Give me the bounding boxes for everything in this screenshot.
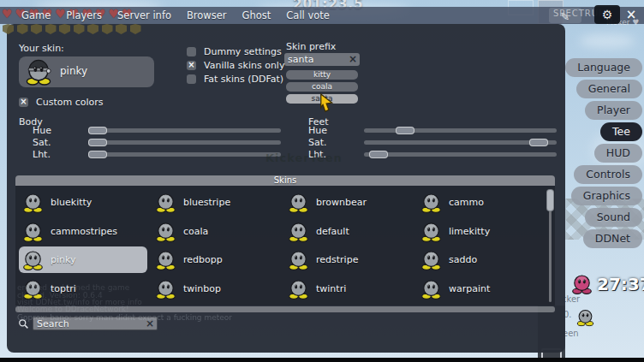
- skin-name: cammo: [449, 197, 484, 208]
- skin-item-cammo[interactable]: cammo: [417, 189, 546, 216]
- tee-avatar: [21, 191, 45, 214]
- checkbox: ×: [19, 98, 28, 107]
- feet-sliders: HueSat.Lht.: [308, 124, 557, 160]
- slider-handle[interactable]: [88, 139, 107, 146]
- slider-label: Lht.: [33, 149, 88, 160]
- menu-item-game[interactable]: Game: [21, 9, 51, 21]
- skin-name: default: [316, 226, 349, 237]
- checkbox-fat-skins-ddfat[interactable]: Fat skins (DDFat): [187, 72, 284, 86]
- skin-prefix-input[interactable]: santa ×: [284, 53, 360, 66]
- tee-avatar: [21, 277, 45, 300]
- checkbox: [187, 47, 196, 56]
- prefix-option-kitty[interactable]: kitty: [286, 70, 358, 80]
- tab-controls[interactable]: Controls: [574, 165, 642, 184]
- tee-avatar: [420, 191, 443, 214]
- menu-item-browser[interactable]: Browser: [187, 9, 227, 21]
- slider-track[interactable]: [364, 140, 557, 145]
- slider-handle[interactable]: [396, 127, 414, 134]
- skin-item-warpaint[interactable]: warpaint: [417, 276, 546, 302]
- skin-item-bluekitty[interactable]: bluekitty: [19, 189, 147, 216]
- shield-icon: [87, 24, 98, 34]
- skin-item-coala[interactable]: coala: [152, 218, 280, 245]
- armor-shields: [3, 24, 141, 34]
- skin-item-bluestripe[interactable]: bluestripe: [152, 189, 280, 216]
- tab-hud[interactable]: HUD: [594, 144, 642, 163]
- slider-handle[interactable]: [88, 127, 107, 134]
- slider-track[interactable]: [88, 128, 281, 133]
- clear-icon[interactable]: ×: [349, 53, 357, 65]
- letterbox-bar: [0, 358, 644, 362]
- shield-icon: [17, 24, 28, 34]
- checkbox-vanilla-skins-only[interactable]: ×Vanilla skins only: [187, 58, 284, 72]
- skin-name: brownbear: [316, 197, 367, 208]
- skin-prefix-label: Skin prefix: [286, 41, 336, 52]
- clear-icon[interactable]: ×: [146, 317, 154, 329]
- skin-item-cammostripes[interactable]: cammostripes: [19, 218, 147, 245]
- gear-icon: ⚙: [602, 8, 613, 21]
- slider-track[interactable]: [88, 152, 281, 157]
- tab-tee[interactable]: Tee: [600, 122, 642, 141]
- skin-item-default[interactable]: default: [284, 218, 413, 245]
- horizontal-scrollbar[interactable]: [15, 306, 555, 312]
- tee-avatar: [420, 277, 443, 300]
- skin-item-brownbear[interactable]: brownbear: [284, 189, 413, 216]
- search-input[interactable]: Search ×: [33, 317, 158, 330]
- skin-item-redbopp[interactable]: redbopp: [152, 246, 280, 273]
- checkbox-label: Fat skins (DDFat): [204, 74, 283, 85]
- menu-item-call-vote[interactable]: Call vote: [286, 9, 330, 21]
- close-menu-button[interactable]: ×: [623, 6, 640, 23]
- skin-toggles: Dummy settings×Vanilla skins onlyFat ski…: [187, 45, 284, 86]
- skin-item-limekitty[interactable]: limekitty: [417, 218, 546, 245]
- menu-item-ghost[interactable]: Ghost: [242, 9, 271, 21]
- checkbox-label: Vanilla skins only: [204, 60, 284, 71]
- skin-name: redstripe: [316, 254, 358, 265]
- mouse-cursor: [319, 93, 337, 114]
- tee-avatar: [21, 220, 45, 243]
- slider-track[interactable]: [364, 152, 557, 157]
- menu-item-players[interactable]: Players: [66, 9, 102, 21]
- map-graffiti-text: KickerTeen: [265, 151, 343, 164]
- tee-avatar: [420, 248, 443, 271]
- tab-general[interactable]: General: [576, 80, 642, 98]
- skin-name: coala: [183, 226, 208, 237]
- skin-item-pinky[interactable]: pinky: [19, 246, 147, 273]
- custom-colors-checkbox[interactable]: × Custom colors: [19, 97, 103, 108]
- scrollbar-thumb[interactable]: [546, 189, 554, 211]
- skin-preview[interactable]: pinky: [19, 56, 154, 87]
- slider-label: Hue: [308, 125, 364, 136]
- slider-handle[interactable]: [88, 151, 107, 158]
- slider-label: Sat.: [33, 137, 88, 148]
- skin-item-twintri[interactable]: twintri: [284, 276, 413, 302]
- editor-button[interactable]: ✎: [549, 8, 581, 23]
- menu-item-server-info[interactable]: Server info: [117, 9, 171, 21]
- prefix-option-coala[interactable]: coala: [286, 82, 358, 92]
- tab-graphics[interactable]: Graphics: [571, 187, 642, 205]
- skin-item-redstripe[interactable]: redstripe: [284, 246, 413, 273]
- slider-track[interactable]: [364, 128, 557, 133]
- slider-feet-hue: Hue: [308, 124, 557, 136]
- tab-player[interactable]: Player: [585, 101, 642, 120]
- skins-grid: bluekittybluestripebrownbearcammocammost…: [19, 189, 543, 304]
- slider-label: Hue: [33, 125, 88, 136]
- tab-sound[interactable]: Sound: [585, 208, 642, 227]
- checkbox: [187, 74, 196, 84]
- shield-icon: [102, 24, 113, 34]
- tee-avatar: [420, 220, 443, 243]
- slider-handle[interactable]: [369, 151, 388, 158]
- menu-items: GamePlayersServer infoBrowserGhostCall v…: [21, 7, 330, 24]
- slider-body-hue: Hue: [33, 124, 281, 136]
- menubar: ♥♥♥♥♥♥♥♥♥♥ GamePlayersServer infoBrowser…: [0, 7, 644, 24]
- checkbox-dummy-settings[interactable]: Dummy settings: [187, 45, 284, 58]
- tab-language[interactable]: Language: [565, 58, 642, 77]
- skin-name: twintri: [316, 283, 346, 294]
- search-icon: [18, 318, 29, 329]
- settings-button[interactable]: ⚙: [594, 5, 620, 24]
- skin-item-twinbop[interactable]: twinbop: [152, 276, 280, 302]
- skin-name: toptri: [51, 283, 76, 294]
- tab-ddnet[interactable]: DDNet: [583, 229, 642, 248]
- slider-handle[interactable]: [529, 139, 548, 146]
- skin-item-saddo[interactable]: saddo: [417, 246, 546, 273]
- tee-avatar: [287, 248, 310, 271]
- slider-track[interactable]: [88, 140, 281, 145]
- skin-item-toptri[interactable]: toptri: [19, 276, 147, 302]
